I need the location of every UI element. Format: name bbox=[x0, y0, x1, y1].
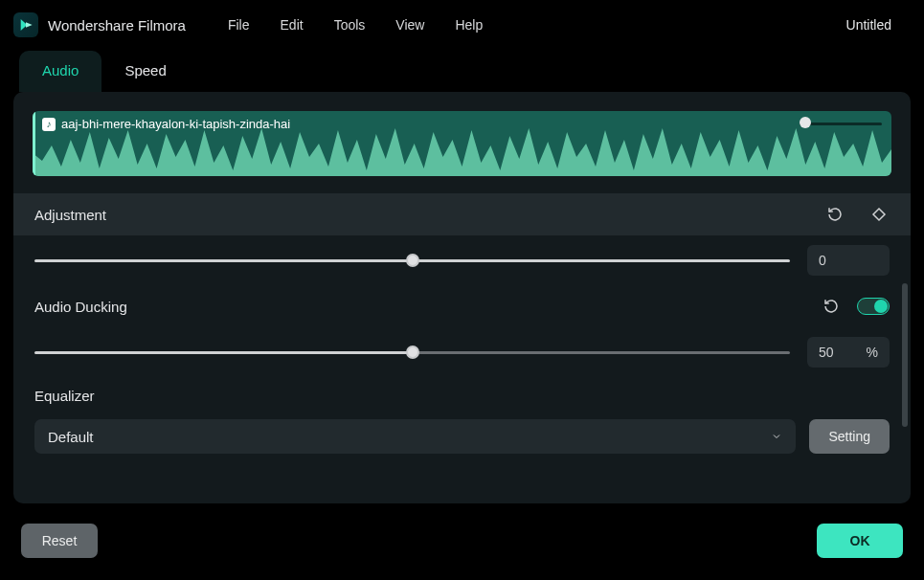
tab-speed[interactable]: Speed bbox=[101, 51, 189, 92]
revert-icon bbox=[826, 206, 844, 223]
equalizer-title: Equalizer bbox=[34, 388, 95, 404]
clip-volume-slider[interactable] bbox=[800, 119, 882, 128]
music-note-icon: ♪ bbox=[42, 118, 56, 131]
adjustment-section-header: Adjustment bbox=[13, 193, 911, 235]
document-title: Untitled bbox=[846, 17, 891, 33]
footer: Reset OK bbox=[0, 503, 924, 578]
app-name: Wondershare Filmora bbox=[48, 17, 186, 33]
audio-clip[interactable]: ♪ aaj-bhi-mere-khayalon-ki-tapish-zinda-… bbox=[33, 111, 891, 176]
menu-edit[interactable]: Edit bbox=[281, 17, 304, 33]
pitch-value-input[interactable]: 0 bbox=[807, 245, 890, 276]
equalizer-setting-button[interactable]: Setting bbox=[809, 419, 890, 454]
ducking-unit: % bbox=[867, 345, 878, 360]
filmora-logo-icon bbox=[13, 12, 38, 37]
menu-help[interactable]: Help bbox=[455, 17, 483, 33]
clip-filename: aaj-bhi-mere-khayalon-ki-tapish-zinda-ha… bbox=[61, 117, 290, 131]
audio-panel: ♪ aaj-bhi-mere-khayalon-ki-tapish-zinda-… bbox=[13, 92, 911, 503]
clip-container: ♪ aaj-bhi-mere-khayalon-ki-tapish-zinda-… bbox=[13, 92, 911, 193]
adjustment-keyframe-button[interactable] bbox=[868, 204, 890, 225]
revert-icon bbox=[823, 298, 840, 315]
keyframe-diamond-icon bbox=[870, 206, 888, 223]
adjustment-revert-button[interactable] bbox=[824, 204, 845, 225]
menu-file[interactable]: File bbox=[228, 17, 250, 33]
menu-view[interactable]: View bbox=[395, 17, 424, 33]
equalizer-select[interactable]: Default bbox=[34, 419, 796, 454]
equalizer-selected-value: Default bbox=[48, 429, 94, 445]
ducking-slider-row: 50 % bbox=[13, 327, 911, 377]
equalizer-row: Default Setting bbox=[13, 413, 911, 467]
equalizer-label-row: Equalizer bbox=[13, 377, 911, 413]
adjustment-title: Adjustment bbox=[34, 207, 106, 223]
menu-items: File Edit Tools View Help bbox=[228, 17, 483, 33]
clip-start-marker bbox=[33, 111, 35, 176]
reset-button[interactable]: Reset bbox=[21, 524, 98, 558]
panel-scrollbar[interactable] bbox=[902, 283, 908, 427]
ducking-toggle[interactable] bbox=[857, 298, 890, 315]
pitch-value: 0 bbox=[819, 253, 826, 268]
tab-audio[interactable]: Audio bbox=[19, 51, 101, 92]
ducking-value-input[interactable]: 50 % bbox=[807, 337, 890, 368]
ducking-title: Audio Ducking bbox=[34, 299, 127, 315]
tabstrip: Audio Speed bbox=[0, 50, 924, 92]
ok-button[interactable]: OK bbox=[817, 524, 903, 558]
ducking-revert-button[interactable] bbox=[821, 296, 842, 317]
menu-tools[interactable]: Tools bbox=[334, 17, 366, 33]
ducking-slider[interactable] bbox=[34, 343, 790, 362]
menubar: Wondershare Filmora File Edit Tools View… bbox=[0, 0, 924, 50]
chevron-down-icon bbox=[771, 429, 782, 445]
ducking-label-row: Audio Ducking bbox=[13, 285, 911, 327]
clip-filename-chip: ♪ aaj-bhi-mere-khayalon-ki-tapish-zinda-… bbox=[42, 117, 290, 131]
ducking-value: 50 bbox=[819, 345, 834, 360]
pitch-slider-row: 0 bbox=[13, 235, 911, 285]
pitch-slider[interactable] bbox=[34, 251, 790, 270]
